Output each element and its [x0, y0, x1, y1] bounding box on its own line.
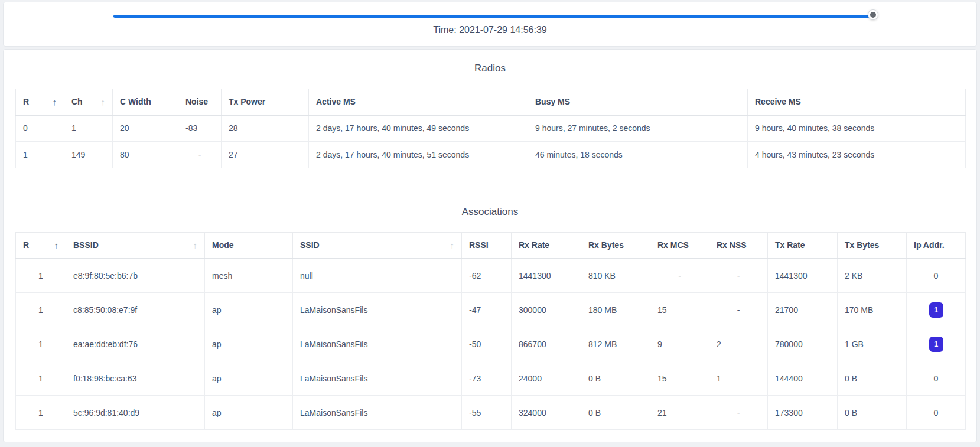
radios-column-header-ch[interactable]: Ch↑: [64, 89, 113, 115]
table-cell: 21: [650, 396, 709, 430]
table-row: 1c8:85:50:08:e7:9fapLaMaisonSansFils-473…: [16, 293, 966, 327]
table-cell: ap: [205, 293, 293, 327]
table-cell: 866700: [512, 327, 581, 361]
sort-ascending-icon: ↑: [101, 97, 106, 106]
associations-column-header-bssid[interactable]: BSSID↑: [66, 233, 205, 259]
sort-ascending-icon: ↑: [54, 241, 59, 250]
table-cell: ap: [205, 396, 293, 430]
column-label: Receive MS: [755, 97, 801, 106]
column-label: Tx Rate: [775, 240, 805, 250]
table-cell: 173300: [768, 396, 838, 430]
radios-column-header-tx-power: Tx Power: [222, 89, 309, 115]
associations-header-row: R↑BSSID↑ModeSSID↑RSSIRx RateRx BytesRx M…: [16, 233, 966, 259]
table-row: 0120-83282 days, 17 hours, 40 minutes, 4…: [16, 115, 966, 142]
column-label: Mode: [212, 240, 234, 250]
column-label: Rx NSS: [717, 240, 747, 250]
table-cell: 21700: [768, 293, 838, 327]
table-cell: c8:85:50:08:e7:9f: [66, 293, 205, 327]
table-cell: mesh: [205, 259, 293, 293]
associations-column-header-r[interactable]: R↑: [16, 233, 66, 259]
slider-handle[interactable]: [868, 10, 878, 19]
table-cell: -62: [462, 259, 512, 293]
time-label: Time: 2021-07-29 14:56:39: [4, 25, 976, 35]
table-cell: -55: [462, 396, 512, 430]
table-cell: 46 minutes, 18 seconds: [528, 142, 748, 168]
table-cell: 20: [113, 115, 178, 142]
associations-column-header-mode: Mode: [205, 233, 293, 259]
table-cell: 4 hours, 43 minutes, 23 seconds: [748, 142, 966, 168]
table-cell: ea:ae:dd:eb:df:76: [66, 327, 205, 361]
table-cell: 0: [16, 115, 64, 142]
table-cell: -: [178, 142, 222, 168]
table-cell: 812 MB: [581, 327, 650, 361]
table-cell: 0 B: [581, 396, 650, 430]
column-label: Rx Rate: [519, 240, 549, 250]
time-slider-panel: Time: 2021-07-29 14:56:39: [3, 2, 977, 47]
column-label: Ip Addr.: [914, 240, 945, 250]
table-cell: 9: [650, 327, 709, 361]
table-cell: LaMaisonSansFils: [293, 327, 462, 361]
table-cell: -47: [462, 293, 512, 327]
table-cell: 1: [16, 396, 66, 430]
table-row: 1f0:18:98:bc:ca:63apLaMaisonSansFils-732…: [16, 361, 966, 396]
sort-ascending-icon: ↑: [450, 241, 455, 250]
column-label: Tx Power: [229, 97, 265, 106]
table-row: 15c:96:9d:81:40:d9apLaMaisonSansFils-553…: [16, 396, 966, 430]
table-cell: -: [709, 259, 768, 293]
table-cell: LaMaisonSansFils: [293, 293, 462, 327]
table-cell: LaMaisonSansFils: [293, 361, 462, 396]
table-cell: f0:18:98:bc:ca:63: [66, 361, 205, 396]
radios-column-header-noise: Noise: [178, 89, 222, 115]
table-cell: -: [650, 259, 709, 293]
column-label: C Width: [120, 97, 151, 106]
ip-addr-badge[interactable]: 1: [929, 302, 943, 318]
column-label: Noise: [185, 97, 208, 106]
associations-title: Associations: [4, 168, 976, 219]
table-cell: 1441300: [512, 259, 581, 293]
table-cell: 2 KB: [838, 259, 907, 293]
table-cell: 0 B: [838, 361, 907, 396]
table-row: 1ea:ae:dd:eb:df:76apLaMaisonSansFils-508…: [16, 327, 966, 361]
slider-track[interactable]: [113, 15, 872, 18]
table-cell: 170 MB: [838, 293, 907, 327]
table-cell: 144400: [768, 361, 838, 396]
table-cell: 0: [907, 396, 966, 430]
table-cell: 27: [222, 142, 309, 168]
radios-column-header-active-ms: Active MS: [309, 89, 528, 115]
table-cell: 1 GB: [838, 327, 907, 361]
associations-column-header-ssid[interactable]: SSID↑: [293, 233, 462, 259]
table-cell: 324000: [512, 396, 581, 430]
table-cell: 810 KB: [581, 259, 650, 293]
associations-table: R↑BSSID↑ModeSSID↑RSSIRx RateRx BytesRx M…: [15, 232, 966, 430]
table-cell: 0 B: [838, 396, 907, 430]
associations-column-header-rssi: RSSI: [462, 233, 512, 259]
associations-column-header-tx-rate: Tx Rate: [768, 233, 838, 259]
radios-column-header-r[interactable]: R↑: [16, 89, 64, 115]
table-cell: 1: [16, 293, 66, 327]
table-cell: 2 days, 17 hours, 40 minutes, 51 seconds: [309, 142, 528, 168]
column-label: Rx Bytes: [588, 240, 624, 250]
table-cell: -: [709, 396, 768, 430]
table-cell: 28: [222, 115, 309, 142]
table-cell: 300000: [512, 293, 581, 327]
table-cell: 1: [16, 327, 66, 361]
table-cell: null: [293, 259, 462, 293]
table-cell: 1: [16, 142, 64, 168]
table-cell: 149: [64, 142, 113, 168]
ip-addr-cell: 1: [907, 293, 966, 327]
column-label: R: [23, 240, 29, 250]
table-cell: 0 B: [581, 361, 650, 396]
radios-column-header-receive-ms: Receive MS: [748, 89, 966, 115]
associations-column-header-ip-addr: Ip Addr.: [907, 233, 966, 259]
table-cell: 9 hours, 27 minutes, 2 seconds: [528, 115, 748, 142]
ip-addr-badge[interactable]: 1: [929, 337, 943, 352]
tables-panel: Radios R↑Ch↑C WidthNoiseTx PowerActive M…: [3, 49, 977, 442]
table-cell: ap: [205, 361, 293, 396]
radios-column-header-c-width: C Width: [113, 89, 178, 115]
column-label: RSSI: [469, 240, 489, 250]
radios-title: Radios: [4, 50, 976, 76]
time-slider[interactable]: [113, 12, 872, 21]
table-cell: -83: [178, 115, 222, 142]
table-cell: 2: [709, 327, 768, 361]
table-cell: 80: [113, 142, 178, 168]
